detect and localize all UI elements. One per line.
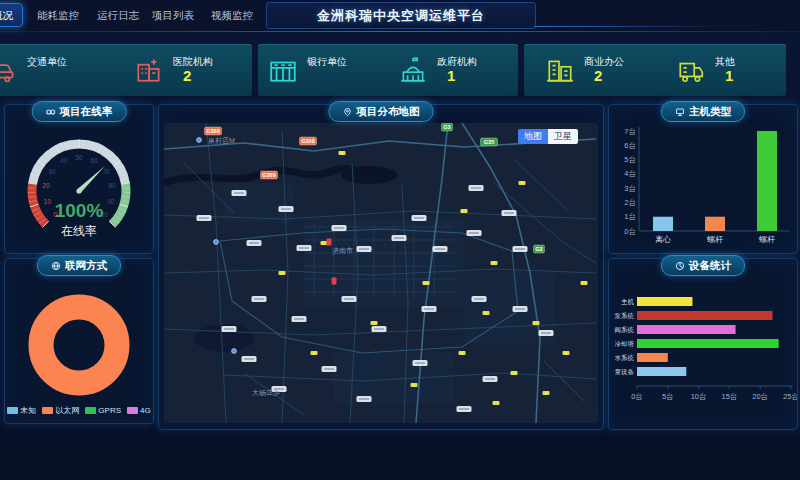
svg-text:离心: 离心 (655, 235, 671, 244)
town-marker[interactable] (252, 296, 267, 302)
project-marker[interactable] (511, 371, 518, 375)
poi-dot[interactable] (214, 240, 219, 245)
project-marker[interactable] (311, 351, 318, 355)
project-marker[interactable] (491, 261, 498, 265)
town-marker[interactable] (247, 240, 262, 246)
town-marker[interactable] (242, 356, 257, 362)
project-marker[interactable] (423, 281, 430, 285)
stat-label: 政府机构 (437, 56, 477, 68)
project-marker[interactable] (459, 351, 466, 355)
stat-value: 2 (584, 67, 624, 84)
legend-swatch (127, 407, 138, 414)
online-rate-gauge: 0102030405060708090100100%在线率 (9, 125, 149, 253)
town-marker[interactable] (357, 396, 372, 402)
project-marker[interactable] (411, 383, 418, 387)
alert-marker[interactable] (332, 278, 337, 285)
town-marker[interactable] (322, 366, 337, 372)
project-marker[interactable] (321, 241, 328, 245)
svg-text:G309: G309 (262, 172, 275, 178)
town-marker[interactable] (392, 235, 407, 241)
map-mode-button[interactable]: 地图 (518, 129, 548, 144)
hbar-主机 (637, 297, 692, 306)
town-marker[interactable] (413, 360, 428, 366)
project-marker[interactable] (483, 311, 490, 315)
stat-value: 2 (173, 67, 213, 84)
stat-item: 医院机构2 (106, 55, 252, 85)
stat-item: 其他1 (655, 55, 786, 85)
office-icon (545, 55, 575, 85)
town-marker[interactable] (469, 185, 484, 191)
poi-dot[interactable] (232, 349, 237, 354)
road-shield: G309 (261, 171, 278, 179)
nav-tab-2[interactable]: 能耗监控 (28, 4, 88, 26)
town-marker[interactable] (332, 225, 347, 231)
svg-text:20: 20 (42, 182, 50, 189)
town-marker[interactable] (232, 190, 247, 196)
town-marker[interactable] (342, 296, 357, 302)
nav-tab-5[interactable]: 视频监控 (202, 4, 262, 26)
town-marker[interactable] (513, 306, 528, 312)
project-marker[interactable] (339, 151, 346, 155)
hbar-泵系统 (637, 311, 773, 320)
town-marker[interactable] (539, 330, 554, 336)
device-stats-bar-chart: 主机泵系统阀系统冷却塔水系统量设备0台5台10台15台20台25台 (611, 289, 797, 411)
project-marker[interactable] (581, 281, 588, 285)
alert-marker[interactable] (327, 239, 332, 246)
town-marker[interactable] (467, 230, 482, 236)
project-marker[interactable] (461, 209, 468, 213)
town-marker[interactable] (412, 215, 427, 221)
town-marker[interactable] (279, 206, 294, 212)
road-shield: G2 (534, 245, 545, 253)
panel-map: 项目分布地图 G308G308G309G3G35G2泉村店M济南市大杨庄乡 地图… (158, 104, 604, 430)
project-marker[interactable] (519, 181, 526, 185)
project-marker[interactable] (563, 351, 570, 355)
legend-item[interactable]: 4G (127, 406, 151, 415)
svg-text:10: 10 (44, 198, 52, 205)
road-shield: G308 (300, 137, 317, 145)
legend-label: 未知 (20, 405, 36, 416)
legend-item[interactable]: GPRS (85, 406, 121, 415)
stat-value (27, 68, 67, 84)
project-marker[interactable] (533, 321, 540, 325)
town-marker[interactable] (422, 306, 437, 312)
nav-tab-4[interactable]: 项目列表 (143, 4, 203, 26)
panel-connection: 联网方式 未知以太网GPRS4G (4, 258, 154, 424)
satellite-mode-button[interactable]: 卫星 (548, 129, 578, 144)
town-marker[interactable] (197, 215, 212, 221)
legend-item[interactable]: 未知 (7, 405, 36, 416)
hbar-量设备 (637, 367, 686, 376)
monitor-icon (675, 107, 685, 117)
nav-tab-3[interactable]: 运行日志 (88, 4, 148, 26)
svg-text:2台: 2台 (624, 198, 636, 207)
svg-text:10台: 10台 (691, 392, 707, 401)
nav-tab-1[interactable]: 概况 (0, 3, 23, 27)
legend-item[interactable]: 以太网 (42, 405, 79, 416)
town-marker[interactable] (222, 326, 237, 332)
project-marker[interactable] (279, 271, 286, 275)
stat-text: 医院机构2 (173, 56, 213, 85)
project-marker[interactable] (543, 391, 550, 395)
stat-text: 政府机构1 (437, 56, 477, 85)
town-marker[interactable] (483, 376, 498, 382)
project-marker[interactable] (371, 321, 378, 325)
town-marker[interactable] (457, 406, 472, 412)
svg-text:G2: G2 (535, 246, 542, 252)
town-marker[interactable] (472, 296, 487, 302)
stat-label: 医院机构 (173, 56, 213, 68)
svg-text:冷却塔: 冷却塔 (615, 340, 635, 348)
project-marker[interactable] (493, 401, 500, 405)
project-map[interactable]: G308G308G309G3G35G2泉村店M济南市大杨庄乡 (164, 123, 598, 423)
town-marker[interactable] (372, 326, 387, 332)
panel-host-type-title: 主机类型 (689, 105, 731, 119)
bar-离心 (653, 217, 673, 231)
town-marker[interactable] (433, 246, 448, 252)
legend-swatch (7, 407, 18, 414)
town-marker[interactable] (502, 210, 517, 216)
town-marker[interactable] (513, 246, 528, 252)
panel-device-stats-title: 设备统计 (689, 259, 731, 273)
poi-dot[interactable] (197, 138, 202, 143)
dashboard-screen: 金洲科瑞中央空调运维平台 概况能耗监控运行日志项目列表视频监控 交通单位医院机构… (0, 0, 800, 480)
town-marker[interactable] (297, 245, 312, 251)
town-marker[interactable] (357, 246, 372, 252)
town-marker[interactable] (292, 316, 307, 322)
